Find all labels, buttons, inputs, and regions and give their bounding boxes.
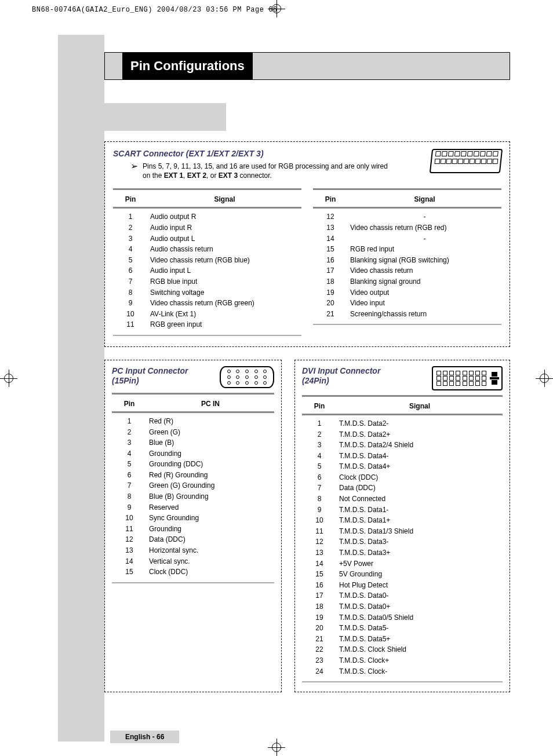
lower-sections: PC Input Connector(15Pin) Pin PC IN 1Red… bbox=[104, 360, 510, 692]
cell-signal: T.M.D.S. Data2+ bbox=[337, 429, 503, 440]
cell-signal: Audio input R bbox=[148, 222, 301, 233]
cell-pin: 24 bbox=[302, 666, 337, 677]
table-row: 8Not Connected bbox=[302, 494, 503, 505]
content-area: Pin Configurations SCART Connector (EXT … bbox=[104, 35, 510, 692]
registration-mark-top-icon bbox=[268, 0, 285, 17]
table-row: 2Green (G) bbox=[112, 427, 274, 438]
table-body: 1Audio output R2Audio input R3Audio outp… bbox=[113, 211, 301, 330]
dvi-connector-icon bbox=[432, 366, 503, 390]
cell-signal: Data (DDC) bbox=[147, 534, 274, 545]
cell-signal: - bbox=[348, 211, 501, 222]
cell-pin: 11 bbox=[113, 319, 148, 330]
cell-pin: 16 bbox=[302, 580, 337, 591]
table-row: 2T.M.D.S. Data2+ bbox=[302, 429, 503, 440]
cell-pin: 7 bbox=[113, 276, 148, 287]
cell-pin: 13 bbox=[302, 547, 337, 558]
table-row: 6Clock (DDC) bbox=[302, 472, 503, 483]
cell-signal: Video output bbox=[348, 287, 501, 298]
cell-pin: 2 bbox=[112, 427, 147, 438]
cell-pin: 1 bbox=[302, 418, 337, 429]
cell-signal: - bbox=[348, 233, 501, 244]
table-row: 155V Grounding bbox=[302, 569, 503, 580]
cell-signal: Audio output R bbox=[148, 211, 301, 222]
table-row: 20T.M.D.S. Data5- bbox=[302, 623, 503, 634]
cell-pin: 14 bbox=[302, 558, 337, 569]
cell-pin: 7 bbox=[302, 483, 337, 494]
note-part: connector. bbox=[238, 171, 272, 180]
table-header: Pin Signal bbox=[302, 400, 503, 412]
cell-signal: T.M.D.S. Data4- bbox=[337, 451, 503, 462]
cell-pin: 9 bbox=[113, 298, 148, 309]
cell-pin: 5 bbox=[302, 461, 337, 472]
registration-mark-bottom-icon bbox=[268, 739, 285, 756]
table-header: Pin Signal bbox=[113, 193, 301, 206]
table-row: 4T.M.D.S. Data4- bbox=[302, 451, 503, 462]
cell-pin: 3 bbox=[113, 233, 148, 244]
cell-pin: 13 bbox=[313, 222, 348, 233]
table-row: 13Video chassis return (RGB red) bbox=[313, 222, 501, 233]
pc-heading: PC Input Connector(15Pin) bbox=[112, 366, 188, 386]
cell-signal: Not Connected bbox=[337, 494, 503, 505]
table-body: 1T.M.D.S. Data2-2T.M.D.S. Data2+3T.M.D.S… bbox=[302, 418, 503, 677]
col-signal: Signal bbox=[148, 195, 301, 203]
cell-pin: 5 bbox=[113, 255, 148, 266]
col-signal: Signal bbox=[337, 402, 503, 410]
cell-pin: 14 bbox=[313, 233, 348, 244]
scart-table-left: Pin Signal 1Audio output R2Audio input R… bbox=[113, 187, 301, 336]
table-body: 1Red (R)2Green (G)3Blue (B)4Grounding5Gr… bbox=[112, 416, 274, 578]
cell-pin: 5 bbox=[112, 459, 147, 470]
cell-pin: 8 bbox=[113, 287, 148, 298]
cell-signal: Video chassis return (RGB green) bbox=[148, 298, 301, 309]
table-row: 3T.M.D.S. Data2/4 Shield bbox=[302, 440, 503, 451]
cell-pin: 8 bbox=[112, 491, 147, 502]
cell-pin: 19 bbox=[313, 287, 348, 298]
cell-pin: 10 bbox=[113, 309, 148, 320]
table-row: 19T.M.D.S. Data0/5 Shield bbox=[302, 612, 503, 623]
cell-signal: Grounding (DDC) bbox=[147, 459, 274, 470]
table-row: 16Hot Plug Detect bbox=[302, 580, 503, 591]
cell-signal: Video chassis return (RGB red) bbox=[348, 222, 501, 233]
cell-pin: 17 bbox=[302, 590, 337, 601]
cell-signal: Red (R) Grounding bbox=[147, 470, 274, 481]
cell-signal: Clock (DDC) bbox=[147, 567, 274, 578]
cell-signal: Audio output L bbox=[148, 233, 301, 244]
scart-section: SCART Connector (EXT 1/EXT 2/EXT 3) ➢ Pi… bbox=[104, 141, 510, 347]
cell-signal: T.M.D.S. Data5+ bbox=[337, 634, 503, 645]
table-row: 14+5V Power bbox=[302, 558, 503, 569]
cell-signal: T.M.D.S. Data1/3 Shield bbox=[337, 526, 503, 537]
cell-signal: Reserved bbox=[147, 502, 274, 513]
document-header: BN68-00746A(GAIA2_Euro_ENG) 2004/08/23 0… bbox=[32, 6, 278, 14]
table-row: 5Video chassis return (RGB blue) bbox=[113, 255, 301, 266]
cell-signal: Video chassis return bbox=[348, 265, 501, 276]
cell-pin: 22 bbox=[302, 644, 337, 655]
scart-note-text: Pins 5, 7, 9, 11, 13, 15, and 16 are use… bbox=[143, 162, 392, 180]
table-row: 8Switching voltage bbox=[113, 287, 301, 298]
note-bold: EXT 3 bbox=[219, 171, 238, 180]
table-row: 12- bbox=[313, 211, 501, 222]
col-pin: Pin bbox=[112, 400, 147, 408]
col-signal: PC IN bbox=[147, 400, 274, 408]
table-row: 9T.M.D.S. Data1- bbox=[302, 505, 503, 516]
note-bold: EXT 2 bbox=[187, 171, 206, 180]
col-pin: Pin bbox=[113, 195, 148, 203]
table-row: 22T.M.D.S. Clock Shield bbox=[302, 644, 503, 655]
cell-signal: Clock (DDC) bbox=[337, 472, 503, 483]
cell-signal: Green (G) Grounding bbox=[147, 480, 274, 491]
table-row: 6Audio input L bbox=[113, 265, 301, 276]
col-signal: Signal bbox=[348, 195, 501, 203]
note-bold: EXT 1 bbox=[164, 171, 183, 180]
cell-pin: 12 bbox=[112, 534, 147, 545]
table-row: 1Red (R) bbox=[112, 416, 274, 427]
scart-connector-icon bbox=[430, 149, 503, 173]
page-title: Pin Configurations bbox=[122, 53, 253, 79]
table-row: 4Audio chassis return bbox=[113, 244, 301, 255]
table-row: 2Audio input R bbox=[113, 222, 301, 233]
table-row: 23T.M.D.S. Clock+ bbox=[302, 655, 503, 666]
cell-pin: 10 bbox=[302, 515, 337, 526]
cell-signal: T.M.D.S. Data1+ bbox=[337, 515, 503, 526]
table-row: 3Audio output L bbox=[113, 233, 301, 244]
table-row: 21T.M.D.S. Data5+ bbox=[302, 634, 503, 645]
gray-strip bbox=[104, 103, 226, 131]
cell-pin: 16 bbox=[313, 255, 348, 266]
table-row: 12Data (DDC) bbox=[112, 534, 274, 545]
